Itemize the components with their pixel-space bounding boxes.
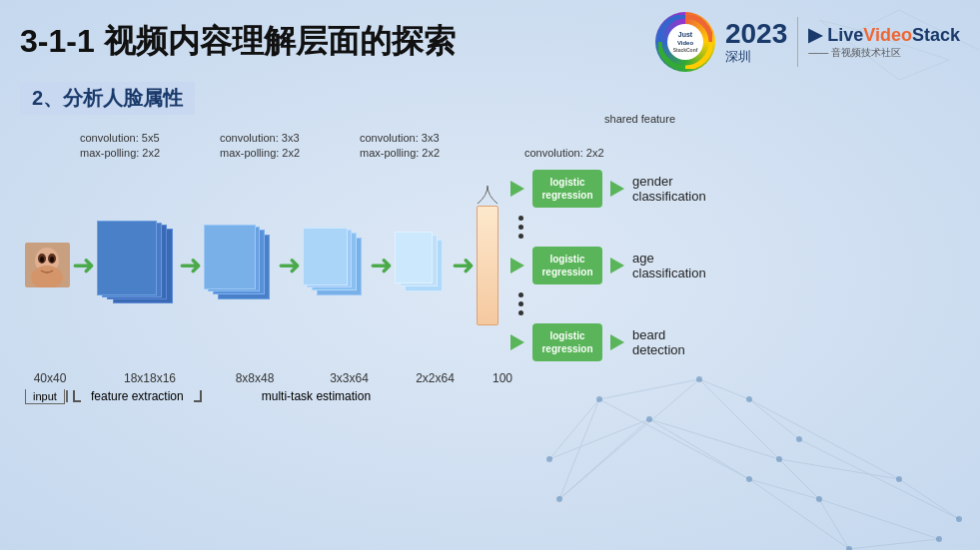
bracket-close xyxy=(194,390,202,402)
output-label-1: genderclassification xyxy=(632,174,706,204)
brand-subtitle: —— 音视频技术社区 xyxy=(808,46,901,60)
layer-stack-3 xyxy=(303,228,368,302)
bracket-open xyxy=(73,390,81,402)
svg-line-7 xyxy=(819,499,939,539)
output-arrow-2 xyxy=(610,258,624,274)
svg-point-36 xyxy=(556,496,562,502)
layer-stack-1 xyxy=(97,221,177,310)
dots-group-2 xyxy=(518,292,706,315)
dim-5: 100 xyxy=(487,371,518,385)
input-image-group xyxy=(25,243,70,287)
arrow-5: ➜ xyxy=(452,252,475,279)
page-title: 3-1-1 视频内容理解层面的探索 xyxy=(20,20,456,64)
svg-point-26 xyxy=(646,416,652,422)
svg-line-17 xyxy=(559,419,649,499)
svg-line-21 xyxy=(749,479,819,499)
svg-line-11 xyxy=(649,419,749,479)
svg-line-5 xyxy=(799,439,959,519)
dots-group xyxy=(518,216,706,239)
bottom-labels: input feature extraction multi-task esti… xyxy=(25,389,960,404)
svg-point-32 xyxy=(896,476,902,482)
arrow-1: ➜ xyxy=(72,252,95,279)
input-bracket-group: input xyxy=(25,389,68,404)
extraction-group: feature extraction xyxy=(73,389,202,403)
header: 3-1-1 视频内容理解层面的探索 Just Video StackConf 2… xyxy=(20,12,960,72)
svg-line-14 xyxy=(899,479,959,519)
dot-5 xyxy=(518,301,523,306)
svg-point-30 xyxy=(816,496,822,502)
dot-6 xyxy=(518,310,523,315)
arrow-4: ➜ xyxy=(370,252,393,279)
logistic-regression-3: logisticregression xyxy=(532,323,602,361)
svg-point-33 xyxy=(936,536,942,542)
svg-point-29 xyxy=(796,436,802,442)
svg-point-34 xyxy=(956,516,962,522)
logo-divider xyxy=(797,17,798,67)
svg-line-3 xyxy=(649,419,779,459)
svg-point-31 xyxy=(846,546,852,550)
bracket-end xyxy=(66,390,68,402)
layer-stack-2 xyxy=(204,225,276,306)
layer-stack-4 xyxy=(395,232,450,299)
face-image xyxy=(25,243,70,287)
conv-label-2: convolution: 3x3 max-polling: 2x2 xyxy=(220,131,330,162)
svg-point-28 xyxy=(776,456,782,462)
multitask-label: multi-task estimation xyxy=(262,389,371,403)
conv-label-1: convolution: 5x5 max-polling: 2x2 xyxy=(80,131,190,162)
output-label-3: bearddetection xyxy=(632,327,685,357)
dot-3 xyxy=(518,234,523,239)
logo-area: Just Video StackConf 2023 深圳 ▶ LiveVideo… xyxy=(655,12,960,72)
multi-task-group: logisticregression genderclassification … xyxy=(510,166,706,365)
task-row-2: logisticregression ageclassification xyxy=(510,247,706,284)
dimension-labels: 40x40 18x18x16 8x8x48 3x3x64 2x2x64 100 xyxy=(25,371,960,385)
svg-line-13 xyxy=(849,539,939,549)
year-display: 2023 深圳 xyxy=(725,19,787,64)
output-arrow-1 xyxy=(610,181,624,197)
dim-4: 2x2x64 xyxy=(406,371,465,385)
svg-text:Video: Video xyxy=(677,40,694,46)
dim-2: 8x8x48 xyxy=(217,371,293,385)
task-row-3: logisticregression bearddetection xyxy=(510,323,706,361)
task-arrow-2 xyxy=(510,258,524,274)
shared-feature-bar xyxy=(477,206,498,325)
output-label-2: ageclassification xyxy=(632,251,706,280)
brand-name: ▶ LiveVideoStack xyxy=(808,24,960,46)
dim-1: 18x18x16 xyxy=(105,371,195,385)
task-arrow-3 xyxy=(510,334,524,350)
svg-text:StackConf: StackConf xyxy=(673,47,698,53)
svg-line-12 xyxy=(779,459,899,479)
task-arrow-1 xyxy=(510,181,524,197)
conv-label-4: convolution: 2x2 xyxy=(524,146,644,161)
shared-feature-label: shared feature xyxy=(604,113,675,125)
event-badge: Just Video StackConf xyxy=(655,12,715,72)
dim-3: 3x3x64 xyxy=(315,371,384,385)
svg-point-54 xyxy=(50,257,54,263)
section-title: 2、分析人脸属性 xyxy=(20,82,195,115)
svg-line-16 xyxy=(549,419,649,459)
dot-4 xyxy=(518,292,523,297)
svg-text:Just: Just xyxy=(678,31,693,38)
shared-feature-group xyxy=(477,206,498,325)
diagram-row: ➜ ➜ ➜ xyxy=(25,166,960,365)
output-arrow-3 xyxy=(610,334,624,350)
logistic-regression-2: logisticregression xyxy=(532,247,602,284)
logistic-regression-1: logisticregression xyxy=(532,170,602,208)
task-row-1: logisticregression genderclassification xyxy=(510,170,706,208)
svg-line-15 xyxy=(819,499,849,549)
conv-label-3: convolution: 3x3max-polling: 2x2 xyxy=(360,131,490,162)
arrow-2: ➜ xyxy=(179,252,202,279)
dim-0: 40x40 xyxy=(25,371,75,385)
svg-point-35 xyxy=(546,456,552,462)
svg-line-6 xyxy=(749,479,849,549)
dot-1 xyxy=(518,216,523,221)
svg-line-22 xyxy=(779,459,819,499)
svg-point-27 xyxy=(746,476,752,482)
extraction-label: feature extraction xyxy=(81,389,194,403)
dot-2 xyxy=(518,225,523,230)
svg-point-53 xyxy=(40,257,44,263)
brand-logo: ▶ LiveVideoStack —— 音视频技术社区 xyxy=(808,24,960,60)
input-label: input xyxy=(25,389,65,404)
arrow-3: ➜ xyxy=(278,252,301,279)
